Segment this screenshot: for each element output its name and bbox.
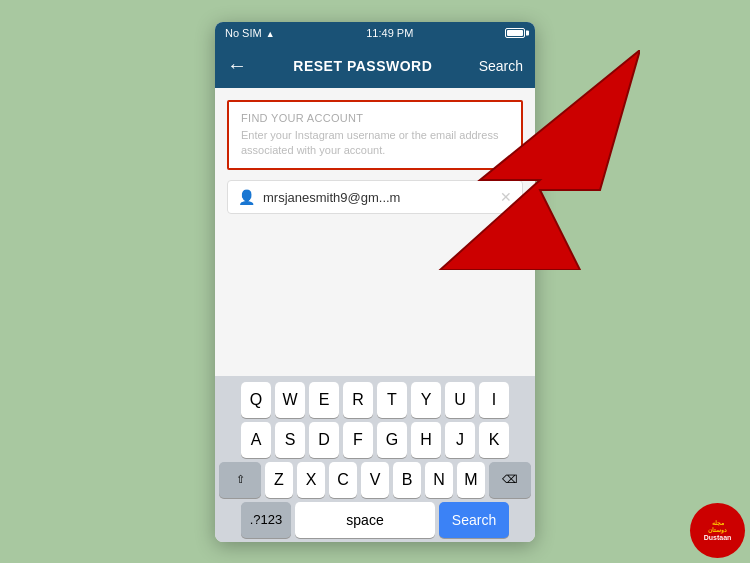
find-account-box: FIND YOUR ACCOUNT Enter your Instagram u… <box>227 100 523 171</box>
key-s[interactable]: S <box>275 422 305 458</box>
key-t[interactable]: T <box>377 382 407 418</box>
nav-search-button[interactable]: Search <box>479 58 523 74</box>
key-c[interactable]: C <box>329 462 357 498</box>
key-m[interactable]: M <box>457 462 485 498</box>
time-label: 11:49 PM <box>366 27 413 39</box>
key-b[interactable]: B <box>393 462 421 498</box>
key-v[interactable]: V <box>361 462 389 498</box>
input-value: mrsjanesmith9@gm...m <box>263 190 492 205</box>
keyboard-row-1: Q W E R T Y U I <box>219 382 531 418</box>
phone-screen: No SIM 11:49 PM ← RESET PASSWORD Search … <box>215 22 535 542</box>
battery-icon <box>505 28 525 38</box>
key-e[interactable]: E <box>309 382 339 418</box>
key-r[interactable]: R <box>343 382 373 418</box>
key-j[interactable]: J <box>445 422 475 458</box>
key-z[interactable]: Z <box>265 462 293 498</box>
space-key[interactable]: space <box>295 502 435 538</box>
key-y[interactable]: Y <box>411 382 441 418</box>
logo-subtext: Dustaan <box>704 534 732 541</box>
key-k[interactable]: K <box>479 422 509 458</box>
status-left: No SIM <box>225 27 275 39</box>
user-icon: 👤 <box>238 189 255 205</box>
email-username-field[interactable]: 👤 mrsjanesmith9@gm...m ✕ <box>227 180 523 214</box>
key-h[interactable]: H <box>411 422 441 458</box>
battery-fill <box>507 30 523 36</box>
content-area: FIND YOUR ACCOUNT Enter your Instagram u… <box>215 88 535 376</box>
find-account-description: Enter your Instagram username or the ema… <box>241 128 509 159</box>
keyboard-row-2: A S D F G H J K <box>219 422 531 458</box>
key-w[interactable]: W <box>275 382 305 418</box>
shift-key[interactable]: ⇧ <box>219 462 261 498</box>
key-n[interactable]: N <box>425 462 453 498</box>
nav-bar: ← RESET PASSWORD Search <box>215 44 535 88</box>
site-logo: مجلهدوستان Dustaan <box>690 503 745 558</box>
key-f[interactable]: F <box>343 422 373 458</box>
key-x[interactable]: X <box>297 462 325 498</box>
keyboard-bottom-row: .?123 space Search <box>219 502 531 538</box>
key-u[interactable]: U <box>445 382 475 418</box>
keyboard-row-3: ⇧ Z X C V B N M ⌫ <box>219 462 531 498</box>
find-account-title: FIND YOUR ACCOUNT <box>241 112 509 124</box>
back-button[interactable]: ← <box>227 54 247 77</box>
delete-key[interactable]: ⌫ <box>489 462 531 498</box>
carrier-label: No SIM <box>225 27 262 39</box>
key-g[interactable]: G <box>377 422 407 458</box>
key-i[interactable]: I <box>479 382 509 418</box>
clear-button[interactable]: ✕ <box>500 189 512 205</box>
status-right <box>505 28 525 38</box>
logo-text: مجلهدوستان <box>708 520 727 533</box>
status-bar: No SIM 11:49 PM <box>215 22 535 44</box>
key-d[interactable]: D <box>309 422 339 458</box>
key-q[interactable]: Q <box>241 382 271 418</box>
wifi-icon <box>266 27 275 39</box>
key-a[interactable]: A <box>241 422 271 458</box>
keyboard: Q W E R T Y U I A S D F G H J K ⇧ Z X C … <box>215 376 535 542</box>
search-key[interactable]: Search <box>439 502 509 538</box>
page-title: RESET PASSWORD <box>293 58 432 74</box>
num-key[interactable]: .?123 <box>241 502 291 538</box>
